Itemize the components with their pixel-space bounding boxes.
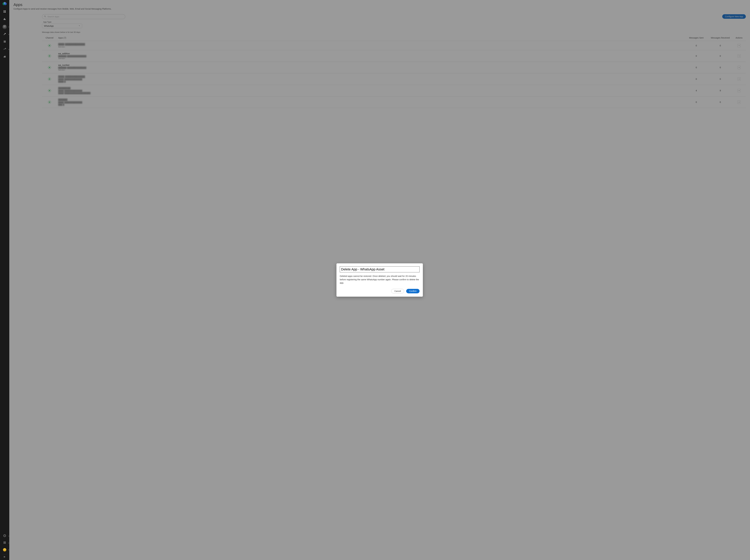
chevrons-right-icon bbox=[3, 556, 5, 559]
svg-rect-23 bbox=[5, 56, 6, 58]
svg-rect-30 bbox=[4, 542, 5, 543]
app-logo bbox=[2, 1, 7, 6]
trend-up-icon bbox=[3, 48, 6, 51]
svg-rect-29 bbox=[4, 542, 4, 543]
svg-rect-28 bbox=[5, 542, 6, 542]
svg-rect-12 bbox=[4, 27, 4, 27]
sidebar-toggle[interactable] bbox=[2, 555, 7, 559]
svg-rect-18 bbox=[4, 42, 4, 42]
confirm-button[interactable]: Confirm bbox=[406, 289, 419, 293]
svg-rect-21 bbox=[4, 56, 5, 57]
nav-tools[interactable]: ▸ bbox=[2, 32, 7, 37]
svg-point-2 bbox=[4, 2, 5, 4]
bar-chart-icon bbox=[3, 18, 6, 21]
svg-rect-31 bbox=[5, 542, 6, 543]
svg-rect-26 bbox=[4, 542, 4, 542]
cancel-button[interactable]: Cancel bbox=[391, 289, 404, 293]
svg-rect-4 bbox=[5, 11, 6, 11]
svg-rect-5 bbox=[4, 12, 4, 13]
svg-rect-20 bbox=[4, 57, 4, 57]
svg-rect-15 bbox=[4, 41, 6, 41]
svg-rect-6 bbox=[5, 12, 6, 13]
svg-rect-11 bbox=[5, 25, 5, 26]
grid9-icon bbox=[3, 541, 6, 544]
help-icon: ? bbox=[3, 534, 6, 538]
report-icon bbox=[3, 55, 6, 59]
list-icon bbox=[3, 40, 6, 43]
nav-trends[interactable]: ▸ bbox=[2, 47, 7, 52]
svg-rect-16 bbox=[4, 41, 4, 42]
svg-rect-7 bbox=[4, 19, 4, 20]
nav-grid[interactable]: ▸ bbox=[2, 541, 7, 545]
svg-rect-34 bbox=[5, 543, 6, 544]
main-content: Apps Configure Apps to send and receive … bbox=[9, 0, 750, 560]
svg-rect-14 bbox=[4, 41, 4, 41]
svg-point-13 bbox=[5, 27, 5, 27]
modal-body: Deleted apps cannot be restored. Once de… bbox=[340, 275, 419, 284]
svg-rect-8 bbox=[4, 18, 5, 20]
svg-rect-9 bbox=[5, 19, 5, 20]
modal-overlay: Delete App - WhatsApp Asset Deleted apps… bbox=[9, 0, 750, 560]
sidebar: ▸ ▸ ▸ ? ▸ ▸ ▸ bbox=[0, 0, 9, 560]
nav-apps[interactable]: ▸ bbox=[2, 25, 7, 29]
svg-rect-3 bbox=[4, 11, 4, 11]
nav-lists[interactable] bbox=[2, 40, 7, 44]
svg-text:?: ? bbox=[4, 535, 5, 537]
nav-reports[interactable] bbox=[2, 55, 7, 59]
svg-rect-27 bbox=[4, 542, 5, 542]
svg-rect-10 bbox=[4, 25, 4, 26]
avatar-icon bbox=[3, 548, 6, 552]
svg-rect-19 bbox=[4, 42, 6, 42]
delete-app-modal: Delete App - WhatsApp Asset Deleted apps… bbox=[336, 263, 423, 297]
nav-help[interactable]: ? ▸ bbox=[2, 534, 7, 538]
apps-icon bbox=[3, 25, 6, 28]
wrench-icon bbox=[3, 33, 6, 36]
svg-rect-17 bbox=[4, 41, 6, 42]
nav-analytics[interactable] bbox=[2, 17, 7, 22]
nav-dashboard[interactable] bbox=[2, 9, 7, 14]
modal-title: Delete App - WhatsApp Asset bbox=[341, 267, 418, 271]
grid-icon bbox=[3, 10, 6, 14]
nav-profile[interactable]: ▸ bbox=[2, 547, 7, 552]
svg-rect-32 bbox=[4, 543, 4, 544]
svg-rect-33 bbox=[4, 543, 5, 544]
